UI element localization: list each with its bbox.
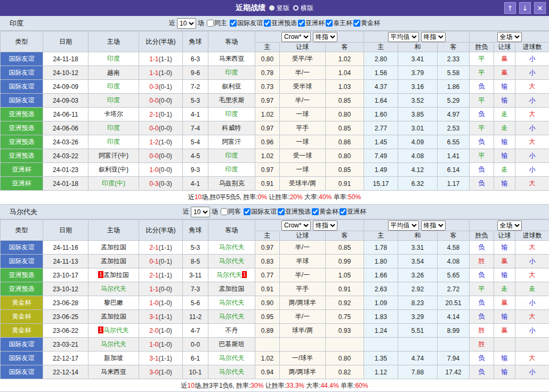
full-time-score: 2-1 (149, 111, 158, 118)
match-count-select[interactable]: 10 (191, 207, 210, 217)
result-handicap: 输 (494, 177, 515, 191)
home-team-cell: 新加坡 (88, 352, 139, 365)
avg-odds-draw: 3.31 (398, 241, 438, 255)
same-home-checkbox[interactable] (207, 20, 214, 27)
average-select[interactable]: 平均值 (388, 32, 419, 42)
home-team-cell: 黎巴嫩 (88, 296, 139, 310)
avg-odds-draw: 3.85 (398, 108, 438, 121)
same-home-filter[interactable]: 同主 (207, 19, 227, 28)
near-label: 近 (169, 19, 175, 28)
games-label: 场 (198, 19, 204, 28)
match-count-select[interactable]: 10 (177, 18, 196, 29)
full-time-score: 2-1 (149, 272, 158, 279)
league-checkbox[interactable] (353, 20, 360, 27)
half-time-score: (1-0) (159, 299, 172, 307)
avg-odds-away: 4.97 (438, 108, 470, 121)
result-outcome: 负 (470, 268, 494, 282)
result-outcome: 平 (470, 66, 494, 80)
home-team-cell: 印度 (88, 80, 139, 94)
bookmaker-select[interactable]: Crow* (281, 32, 311, 42)
full-time-score: 1-0 (149, 299, 158, 307)
home-team-cell: 马来西亚 (88, 365, 139, 379)
odds-handicap (280, 338, 326, 352)
match-date: 24-09-09 (43, 80, 88, 94)
odds-away: 0.85 (326, 241, 364, 255)
league-filter[interactable]: 黄金杯 (353, 19, 380, 28)
league-filter[interactable]: 亚洲预选 (278, 207, 311, 216)
odds-handicap: 半/一 (280, 66, 326, 80)
final-odds-select[interactable]: 终指 (313, 32, 337, 42)
avg-odds-draw: 6.32 (398, 177, 438, 191)
match-date: 24-11-18 (43, 52, 88, 66)
match-row: 国际友谊 24-11-13 孟加拉国 0-1(0-1) 8-5 马尔代夫 0.8… (1, 255, 549, 268)
league-filter[interactable]: 亚洲杯 (298, 19, 325, 28)
same-away-filter[interactable]: 同客 (221, 207, 241, 216)
away-team-cell: 马尔代夫 (208, 352, 255, 365)
scope-select[interactable]: 全场 (497, 220, 522, 231)
bookmaker-select[interactable]: Crow* (281, 220, 311, 231)
odds-handicap: 半球 (280, 255, 326, 268)
avg-odds-away: 7.94 (438, 352, 470, 365)
league-checkbox[interactable] (340, 208, 346, 215)
final-odds-select[interactable]: 终指 (421, 220, 446, 231)
summary-stat-value: 33.3% (286, 382, 304, 389)
avg-odds-away: 20.51 (438, 296, 470, 310)
avg-odds-home: 1.83 (364, 310, 398, 324)
odds-home: 0.95 (255, 310, 280, 324)
corner-count: 9-6 (183, 66, 208, 80)
score-cell: 2-1(0-1) (139, 108, 183, 121)
league-type-cell: 亚洲杯 (1, 177, 43, 191)
avg-odds-away: 4.08 (438, 255, 470, 268)
home-team-cell: 1孟加拉国 (88, 268, 139, 282)
league-checkbox[interactable] (326, 20, 333, 27)
result-outcome: 平 (470, 121, 494, 135)
league-filter[interactable]: 黄金杯 (312, 207, 338, 216)
full-time-score: 2-0 (149, 327, 158, 334)
match-row: 亚洲预选 23-10-17 1孟加拉国 2-1(1-1) 3-11 马尔代夫1 … (1, 268, 549, 282)
scope-select[interactable]: 全场 (497, 32, 522, 42)
league-checkbox[interactable] (264, 20, 271, 27)
home-team-cell: 马尔代夫 (88, 338, 139, 352)
result-handicap: 输 (494, 310, 515, 324)
result-outcome: 负 (470, 108, 494, 121)
summary-stat-value: 30% (251, 382, 263, 389)
col-handicap: 让球 (280, 231, 326, 241)
radio-unselected-icon[interactable] (293, 5, 298, 11)
match-row: 国际友谊 24-09-03 印度 0-0(0-0) 5-3 毛里求斯 0.97 … (1, 94, 549, 108)
odds-away: 0.92 (326, 296, 364, 310)
league-checkbox[interactable] (244, 208, 251, 215)
avg-odds-draw (398, 338, 438, 352)
league-filter[interactable]: 泰王杯 (326, 19, 352, 28)
scroll-down-button[interactable]: ↓ (519, 2, 531, 14)
near-label: 近 (183, 207, 189, 216)
avg-odds-draw: 3.54 (398, 255, 438, 268)
league-filter[interactable]: 国际友谊 (244, 207, 277, 216)
league-filter[interactable]: 国际友谊 (230, 19, 263, 28)
odds-handicap: 受半球 (280, 80, 326, 94)
final-odds-select[interactable]: 终指 (313, 220, 337, 231)
half-time-score: (1-0) (159, 138, 172, 146)
layout-option-vertical[interactable]: 竖版 (269, 4, 289, 13)
odds-away: 0.93 (326, 324, 364, 338)
same-away-checkbox[interactable] (221, 208, 228, 215)
league-checkbox[interactable] (312, 208, 319, 215)
layout-option-horizontal[interactable]: 横版 (293, 4, 313, 13)
close-button[interactable]: ✕ (534, 2, 546, 14)
average-select[interactable]: 平均值 (388, 220, 419, 231)
col-avg-away: 客 (438, 231, 470, 241)
result-outcome: 平 (470, 52, 494, 66)
recent-results-window: 近期战绩 竖版 横版 ↑ ↓ ✕ 印度 近 10 场 同 (0, 0, 549, 392)
league-filter[interactable]: 亚洲预选 (264, 19, 297, 28)
result-handicap: 赢 (494, 296, 515, 310)
radio-selected-icon[interactable] (269, 5, 274, 11)
scroll-up-button[interactable]: ↑ (504, 2, 516, 14)
league-filter[interactable]: 亚洲杯 (340, 207, 366, 216)
league-checkbox[interactable] (278, 208, 285, 215)
final-odds-select[interactable]: 终指 (421, 32, 446, 42)
league-checkbox[interactable] (230, 20, 237, 27)
match-date: 24-09-03 (43, 94, 88, 108)
half-time-score: (1-0) (159, 369, 172, 376)
table-header-groups: 类型 日期 主场 比分(半场) 角球 客场 Crow*终指 平均值终指 全场 (1, 220, 549, 231)
avg-odds-draw: 7.88 (398, 365, 438, 379)
league-checkbox[interactable] (298, 20, 305, 27)
